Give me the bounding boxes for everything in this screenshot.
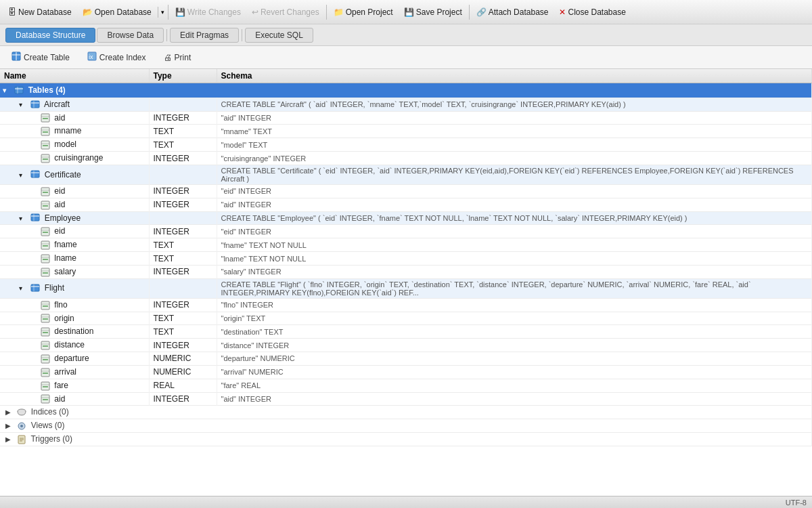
col-name: aid <box>54 394 65 404</box>
table-toggle[interactable]: ▾ <box>19 171 28 179</box>
table-body: ▾ Tables (4) ▾ Aircraft CREATE TABLE "Ai… <box>0 83 812 446</box>
save-project-button[interactable]: 💾 Save Project <box>399 5 468 19</box>
col-name-cell: origin <box>0 312 149 325</box>
column-row[interactable]: lname TEXT "lname" TEXT NOT NULL <box>0 252 812 266</box>
actionbar: Create Table ix Create Index 🖨 Print <box>0 46 812 69</box>
tab-execute-sql[interactable]: Execute SQL <box>245 28 313 43</box>
table-row[interactable]: ▾ Aircraft CREATE TABLE "Aircraft" ( `ai… <box>0 98 812 111</box>
col-name: model <box>54 140 76 149</box>
col-type-cell: INTEGER <box>149 339 217 352</box>
svg-rect-32 <box>31 214 39 221</box>
column-row[interactable]: aid INTEGER "aid" INTEGER <box>0 198 812 211</box>
attach-database-button[interactable]: 🔗 Attach Database <box>471 5 554 19</box>
col-type-cell: INTEGER <box>149 152 217 165</box>
open-project-button[interactable]: 📁 Open Project <box>328 5 399 19</box>
col-schema-cell: "aid" INTEGER <box>217 198 812 211</box>
views-row[interactable]: ▶ Views (0) <box>0 419 812 433</box>
table-toggle[interactable]: ▾ <box>19 215 28 222</box>
tables-header-row[interactable]: ▾ Tables (4) <box>0 83 812 98</box>
column-row[interactable]: cruisingrange INTEGER "cruisingrange" IN… <box>0 152 812 165</box>
tables-toggle[interactable]: ▾ <box>3 87 12 94</box>
tab-browse-data[interactable]: Browse Data <box>97 28 164 43</box>
table-row[interactable]: ▾ Certificate CREATE TABLE "Certificate"… <box>0 165 812 184</box>
new-database-icon: 🗄 <box>8 7 16 17</box>
col-name-cell: salary <box>0 265 149 278</box>
col-type-cell: TEXT <box>149 252 217 266</box>
svg-rect-64 <box>43 359 48 360</box>
column-row[interactable]: eid INTEGER "eid" INTEGER <box>0 225 812 238</box>
create-index-button[interactable]: ix Create Index <box>80 49 154 66</box>
write-changes-button[interactable]: 💾 Write Changes <box>170 5 246 19</box>
svg-rect-37 <box>43 232 48 233</box>
column-row[interactable]: fare REAL "fare" REAL <box>0 379 812 392</box>
new-database-button[interactable]: 🗄 New Database <box>3 5 77 19</box>
tab-database-structure[interactable]: Database Structure <box>5 28 95 43</box>
triggers-toggle[interactable]: ▶ <box>5 436 15 443</box>
svg-text:ix: ix <box>89 54 93 60</box>
table-toggle[interactable]: ▾ <box>19 284 28 292</box>
open-database-dropdown[interactable]: ▾ <box>158 7 166 18</box>
column-row[interactable]: mname TEXT "mname" TEXT <box>0 125 812 138</box>
column-row[interactable]: distance INTEGER "distance" INTEGER <box>0 339 812 352</box>
column-row[interactable]: eid INTEGER "eid" INTEGER <box>0 184 812 198</box>
col-name: fare <box>54 381 68 390</box>
indices-label: Indices (0) <box>31 407 69 417</box>
col-schema-cell: "arrival" NUMERIC <box>217 365 812 379</box>
attach-database-icon: 🔗 <box>476 7 487 17</box>
triggers-row[interactable]: ▶ Triggers (0) <box>0 433 812 446</box>
col-header-schema: Schema <box>217 69 812 83</box>
separator-1 <box>168 5 168 20</box>
column-row[interactable]: model TEXT "model" TEXT <box>0 138 812 152</box>
column-row[interactable]: departure NUMERIC "departure" NUMERIC <box>0 352 812 366</box>
col-type-cell: NUMERIC <box>149 365 217 379</box>
svg-rect-43 <box>43 259 48 260</box>
svg-rect-58 <box>43 332 48 333</box>
svg-rect-28 <box>43 192 48 193</box>
tab-edit-pragmas[interactable]: Edit Pragmas <box>170 28 239 43</box>
column-row[interactable]: destination TEXT "destination" TEXT <box>0 325 812 339</box>
table-name: Flight <box>45 283 64 293</box>
col-schema-cell: "origin" TEXT <box>217 312 812 325</box>
table-name-cell: ▾ Aircraft <box>0 98 149 111</box>
col-name-cell: eid <box>0 225 149 238</box>
col-name-cell: fare <box>0 379 149 392</box>
close-database-icon: ✕ <box>559 7 566 17</box>
create-index-icon: ix <box>87 51 97 63</box>
column-row[interactable]: arrival NUMERIC "arrival" NUMERIC <box>0 365 812 379</box>
create-table-icon <box>12 51 21 63</box>
column-row[interactable]: aid INTEGER "aid" INTEGER <box>0 392 812 406</box>
open-database-button[interactable]: 📂 Open Database <box>77 5 157 19</box>
column-row[interactable]: origin TEXT "origin" TEXT <box>0 312 812 325</box>
column-row[interactable]: salary INTEGER "salary" INTEGER <box>0 265 812 278</box>
print-button[interactable]: 🖨 Print <box>156 50 199 65</box>
revert-changes-button[interactable]: ↩ Revert Changes <box>246 5 325 19</box>
col-name: aid <box>54 113 65 123</box>
table-row[interactable]: ▾ Employee CREATE TABLE "Employee" ( `ei… <box>0 211 812 225</box>
revert-changes-icon: ↩ <box>252 7 258 17</box>
column-row[interactable]: fname TEXT "fname" TEXT NOT NULL <box>0 238 812 252</box>
col-type-cell: INTEGER <box>149 298 217 312</box>
col-type-cell: INTEGER <box>149 392 217 406</box>
create-table-button[interactable]: Create Table <box>4 49 77 66</box>
close-database-button[interactable]: ✕ Close Database <box>554 5 631 19</box>
col-type-cell: TEXT <box>149 238 217 252</box>
col-type-cell: INTEGER <box>149 184 217 198</box>
views-toggle[interactable]: ▶ <box>5 422 15 429</box>
col-name-cell: aid <box>0 392 149 406</box>
column-row[interactable]: flno INTEGER "flno" INTEGER <box>0 298 812 312</box>
indices-toggle[interactable]: ▶ <box>5 408 15 416</box>
col-name-cell: flno <box>0 298 149 312</box>
open-project-icon: 📁 <box>334 7 344 17</box>
table-toggle[interactable]: ▾ <box>19 101 28 108</box>
col-name: fname <box>54 240 76 249</box>
tab-separator-2 <box>242 29 242 41</box>
table-row[interactable]: ▾ Flight CREATE TABLE "Flight" ( `flno` … <box>0 278 812 298</box>
col-schema-cell: "model" TEXT <box>217 138 812 152</box>
col-name-cell: eid <box>0 184 149 198</box>
column-row[interactable]: aid INTEGER "aid" INTEGER <box>0 111 812 125</box>
col-name: arrival <box>54 367 76 377</box>
col-type-cell: INTEGER <box>149 265 217 278</box>
indices-row[interactable]: ▶ Indices (0) <box>0 406 812 419</box>
svg-rect-61 <box>43 345 48 347</box>
svg-rect-70 <box>43 386 48 387</box>
